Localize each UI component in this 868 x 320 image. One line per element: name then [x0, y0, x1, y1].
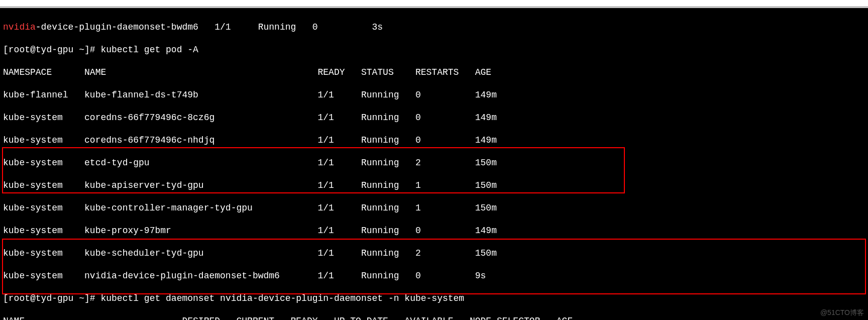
table-row: kube-system kube-scheduler-tyd-gpu 1/1 R…	[3, 248, 865, 259]
table-row: kube-system nvidia-device-plugin-daemons…	[3, 270, 865, 282]
nvidia-prefix: nvidia	[3, 22, 36, 32]
window-tabbar	[0, 0, 868, 7]
terminal-output[interactable]: nvidia-device-plugin-daemonset-bwdm6 1/1…	[0, 8, 868, 320]
table-row: kube-system etcd-tyd-gpu 1/1 Running 2 1…	[3, 157, 865, 169]
watermark: @51CTO博客	[820, 307, 864, 318]
table-header: NAMESPACE NAME READY STATUS RESTARTS AGE	[3, 67, 865, 78]
pod-status-line: nvidia-device-plugin-daemonset-bwdm6 1/1…	[3, 22, 865, 33]
prompt-line: [root@tyd-gpu ~]# kubectl get pod -A	[3, 44, 865, 56]
table-header: NAME DESIRED CURRENT READY UP-TO-DATE AV…	[3, 315, 865, 321]
table-row: kube-system coredns-66f779496c-8cz6g 1/1…	[3, 112, 865, 124]
table-row: kube-system kube-apiserver-tyd-gpu 1/1 R…	[3, 180, 865, 191]
command-text: kubectl get pod -A	[100, 45, 198, 55]
prompt-line: [root@tyd-gpu ~]# kubectl get daemonset …	[3, 293, 865, 304]
table-row: kube-system coredns-66f779496c-nhdjq 1/1…	[3, 135, 865, 146]
command-text: kubectl get daemonset nvidia-device-plug…	[100, 293, 464, 303]
table-row: kube-system kube-controller-manager-tyd-…	[3, 202, 865, 214]
table-row: kube-flannel kube-flannel-ds-t749b 1/1 R…	[3, 89, 865, 101]
table-row: kube-system kube-proxy-97bmr 1/1 Running…	[3, 225, 865, 237]
